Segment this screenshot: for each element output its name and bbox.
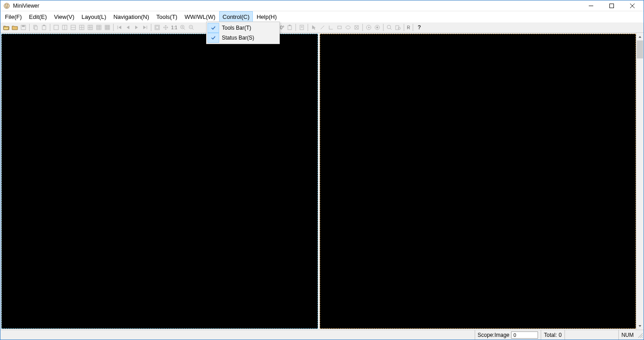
- clipboard-icon[interactable]: [286, 23, 294, 31]
- reset-label[interactable]: R: [406, 25, 411, 30]
- toolbar-separator: [413, 24, 413, 31]
- dropdown-item-status-bar[interactable]: Status Bar(S): [207, 33, 278, 43]
- layout-2x1-icon[interactable]: [69, 23, 77, 31]
- nav-next-icon[interactable]: [132, 23, 141, 31]
- menu-navigation[interactable]: Navigation(N): [110, 11, 152, 22]
- check-icon: [207, 23, 219, 33]
- close-button[interactable]: [622, 0, 643, 11]
- search-icon[interactable]: [385, 23, 393, 31]
- paste-icon[interactable]: [40, 23, 48, 31]
- rect-tool-icon[interactable]: [335, 23, 344, 31]
- scroll-up-icon[interactable]: [636, 33, 644, 40]
- toolbar: 1:1 90° R ?: [0, 22, 644, 33]
- stop-icon[interactable]: [373, 23, 381, 31]
- toolbar-separator: [362, 24, 363, 31]
- line-tool-icon[interactable]: [318, 23, 326, 31]
- layout-4x4-icon[interactable]: [103, 23, 111, 31]
- dropdown-item-tools-bar[interactable]: Tools Bar(T): [207, 23, 278, 33]
- resize-grip[interactable]: [636, 330, 644, 340]
- svg-marker-38: [119, 26, 121, 29]
- toolbar-separator: [151, 24, 151, 31]
- zoom-in-icon[interactable]: [179, 23, 187, 31]
- play-icon[interactable]: [365, 23, 373, 31]
- svg-line-71: [390, 28, 392, 30]
- menu-control[interactable]: Control(C): [219, 11, 253, 22]
- title-bar: MiniViewer: [0, 0, 644, 11]
- svg-marker-39: [127, 26, 129, 29]
- zoom-out-icon[interactable]: [187, 23, 195, 31]
- menu-view[interactable]: View(V): [50, 11, 78, 22]
- menu-label: Tools(T): [156, 13, 177, 20]
- svg-rect-44: [156, 26, 159, 29]
- svg-line-60: [321, 26, 324, 29]
- layout-3x3-icon[interactable]: [95, 23, 103, 31]
- image-pane-right[interactable]: [320, 34, 636, 329]
- toolbar-separator: [113, 24, 114, 31]
- layout-1x1-icon[interactable]: [52, 23, 60, 31]
- svg-marker-40: [135, 26, 138, 29]
- svg-rect-69: [376, 27, 378, 28]
- menu-label: Layout(L): [82, 13, 106, 20]
- status-total-label: Total:: [544, 332, 557, 338]
- maximize-button[interactable]: [601, 0, 622, 11]
- layout-3x2-icon[interactable]: [86, 23, 94, 31]
- menu-edit[interactable]: Edit(E): [26, 11, 51, 22]
- delete-annotation-icon[interactable]: [353, 23, 361, 31]
- pan-icon[interactable]: [162, 23, 170, 31]
- svg-point-2: [7, 4, 8, 5]
- image-pane-left[interactable]: [1, 34, 318, 329]
- fit-window-icon[interactable]: [153, 23, 161, 31]
- ratio-label[interactable]: 1:1: [170, 25, 178, 30]
- ellipse-tool-icon[interactable]: [344, 23, 352, 31]
- svg-rect-12: [43, 25, 45, 26]
- status-scope: Scope:Image 0: [475, 330, 541, 340]
- svg-marker-67: [368, 27, 370, 28]
- window-title: MiniViewer: [13, 3, 39, 9]
- svg-rect-54: [288, 26, 291, 30]
- svg-point-70: [387, 25, 391, 29]
- status-num-label: NUM: [622, 332, 634, 338]
- svg-rect-25: [97, 25, 101, 30]
- scroll-down-icon[interactable]: [636, 322, 644, 330]
- dropdown-label: Tools Bar(T): [222, 25, 278, 31]
- open-folder-alt-icon[interactable]: [2, 23, 10, 31]
- svg-text:?: ?: [418, 24, 421, 31]
- toolbar-separator: [29, 24, 30, 31]
- menu-wwwl[interactable]: WW/WL(W): [181, 11, 219, 22]
- menu-label: Help(H): [256, 13, 277, 20]
- vertical-scrollbar[interactable]: [636, 33, 644, 330]
- angle-tool-icon[interactable]: [327, 23, 335, 31]
- svg-marker-41: [143, 26, 146, 29]
- nav-first-icon[interactable]: [115, 23, 124, 31]
- toolbar-separator: [296, 24, 296, 31]
- viewer-panes: [0, 33, 636, 330]
- info-icon[interactable]: [298, 23, 306, 31]
- svg-rect-13: [54, 25, 58, 30]
- nav-last-icon[interactable]: [141, 23, 149, 31]
- menu-help[interactable]: Help(H): [253, 11, 280, 22]
- menu-tools[interactable]: Tools(T): [153, 11, 181, 22]
- help-icon[interactable]: ?: [415, 23, 423, 31]
- svg-point-73: [398, 27, 401, 30]
- open-folder-icon[interactable]: [11, 23, 19, 31]
- menu-bar: File(F) Edit(E) View(V) Layout(L) Naviga…: [0, 11, 644, 22]
- layout-2x2-icon[interactable]: [78, 23, 86, 31]
- status-total-value: 0: [559, 332, 562, 338]
- scroll-thumb[interactable]: [637, 40, 643, 58]
- svg-rect-4: [610, 4, 614, 8]
- menu-layout[interactable]: Layout(L): [78, 11, 110, 22]
- svg-point-1: [5, 4, 6, 5]
- copy-icon[interactable]: [31, 23, 40, 31]
- minimize-button[interactable]: [581, 0, 601, 11]
- svg-line-50: [192, 28, 194, 30]
- menu-file[interactable]: File(F): [1, 11, 26, 22]
- pointer-icon[interactable]: [310, 23, 318, 31]
- status-num-lock: NUM: [618, 330, 636, 340]
- save-icon[interactable]: [19, 23, 27, 31]
- dropdown-label: Status Bar(S): [222, 35, 278, 41]
- menu-label: View(V): [54, 13, 74, 20]
- toolbar-separator: [383, 24, 384, 31]
- layout-1x2-icon[interactable]: [61, 23, 69, 31]
- nav-prev-icon[interactable]: [124, 23, 132, 31]
- preview-icon[interactable]: [394, 23, 402, 31]
